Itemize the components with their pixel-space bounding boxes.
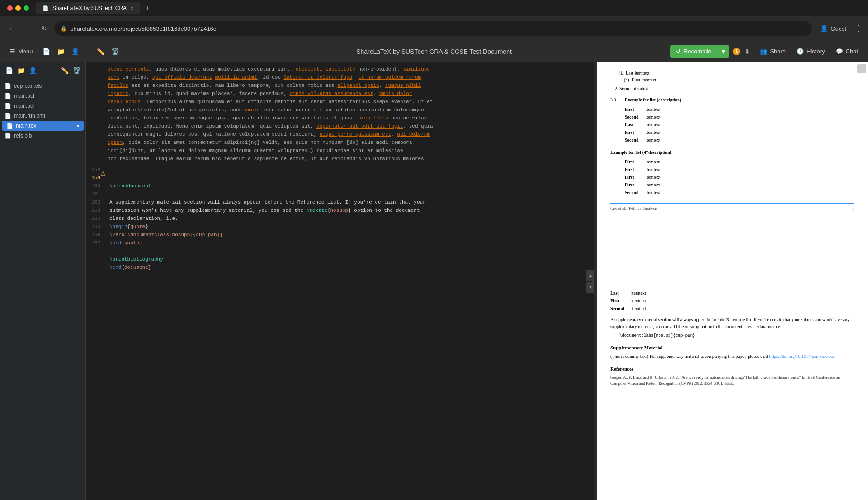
item-label: First [625,166,643,173]
supp-title: Supplementary Material [610,344,854,352]
recompile-button[interactable]: ↺ Recompile [670,46,717,57]
minimize-button[interactable] [15,5,21,11]
file-item-main-pdf[interactable]: 📄 main.pdf [0,101,85,111]
supp-link: https://doi.org/10.1017/pan.xxxx.xx. [769,354,835,359]
file-name: cup-pan.cls [14,83,42,89]
line-numbers: 158 159 160 161 162 163 164 165 166 167 [86,162,104,500]
file-item-refs-bib[interactable]: 📄 refs.bib [0,131,85,141]
menu-button[interactable]: ☰ Menu [6,46,37,57]
item-text: itemtext [646,189,660,196]
menu-label: Menu [18,48,33,55]
scroll-down-button[interactable]: ▼ [586,282,594,293]
history-button[interactable]: 🕐 History [792,46,829,57]
item-text: itemtext [646,181,660,188]
share-button[interactable]: 👥 Share [755,46,790,57]
share-label: Share [770,48,786,55]
profile-button[interactable]: 👤 Guest [816,23,851,34]
maximize-button[interactable] [24,5,29,11]
user-icon[interactable]: 👤 [69,45,82,58]
app-header: ☰ Menu 📄 📁 👤 ✏️ 🗑️ ShareLaTeX by SUSTech… [0,41,868,62]
file-name: main.run.xml [14,113,45,119]
file-item-cup-pan[interactable]: 📄 cup-pan.cls [0,81,85,91]
list-text: Last itemtext [626,70,650,76]
sidebar: 📄 📁 👤 ✏️ 🗑️ 📄 cup-pan.cls 📄 main.bcf 📄 m… [0,62,86,500]
new-tab-button[interactable]: + [142,3,153,14]
chat-icon: 💬 [836,48,843,55]
item-text: itemtext [646,106,660,113]
item-text: itemtext [631,305,646,312]
back-button[interactable]: ← [5,22,18,35]
expand-preview-button[interactable]: ⤢ [857,64,866,73]
code-editor[interactable]: \blinddocument A supplementary material … [104,162,594,500]
item-text: itemtext [646,129,660,136]
list-item: First itemtext [625,174,854,181]
file-name: main.bcf [14,93,34,99]
item-label: First [625,181,643,188]
file-icon: 📄 [5,83,11,89]
chat-button[interactable]: 💬 Chat [831,46,863,57]
list-item-b: (b) First itemtext [624,76,854,83]
list-item: Second itemtext [625,114,854,120]
url-text: sharelatex.cra.moe/project/5f8853e1f816d… [71,25,216,32]
edit-icon[interactable]: ✏️ [94,45,107,58]
supp-text: (This is dummy text) For supplementary m… [610,353,854,360]
download-icon[interactable]: ⬇ [741,45,754,58]
upload-sidebar-icon[interactable]: 👤 [27,65,38,76]
preview-top-content: ii. Last itemtext (b) First itemtext 2. … [597,62,868,216]
edit-sidebar-icon[interactable]: ✏️ [59,65,70,76]
recompile-group[interactable]: ↺ Recompile ▾ [670,45,729,58]
delete-icon[interactable]: 🗑️ [109,45,122,58]
list-item: First itemtext [625,106,854,113]
file-item-main-tex[interactable]: 📄 main.tex ▾ [2,121,84,131]
file-icon: 📄 [5,113,11,119]
tab-label: ShareLaTeX by SUSTech CRA [52,5,127,11]
preview-bottom-content: Last itemtext First itemtext Second item… [610,290,854,387]
tab-close-button[interactable]: ✕ [130,6,134,11]
more-button[interactable]: ⋮ [854,24,863,33]
item-text: itemtext [646,166,660,173]
profile-label: Guest [830,25,846,32]
header-icons: 📄 📁 👤 ✏️ 🗑️ [40,45,122,58]
close-button[interactable] [7,5,13,11]
file-icon: 📄 [5,103,11,109]
references-section: References Geiger, A., P. Lenz, and R. U… [610,365,854,387]
item-label: Second [625,137,643,143]
recompile-icon: ↺ [676,48,681,55]
list-prefix: (b) [624,76,629,83]
new-folder-sidebar-icon[interactable]: 📁 [15,65,26,76]
address-bar: ← → ↻ 🔒 sharelatex.cra.moe/project/5f885… [0,16,868,41]
recompile-dropdown-button[interactable]: ▾ [717,45,729,58]
new-file-icon[interactable]: 📄 [40,45,53,58]
file-tree: 📄 cup-pan.cls 📄 main.bcf 📄 main.pdf 📄 ma… [0,79,85,500]
file-item-main-run-xml[interactable]: 📄 main.run.xml [0,111,85,121]
forward-button[interactable]: → [22,22,34,35]
footer-left: One et al. | Political Analysis [610,205,657,212]
ref-text: Geiger, A., P. Lenz, and R. Urtasun. 201… [610,375,854,387]
item-text: itemtext [646,174,660,181]
preview-area: ⤢ ii. Last itemtext (b) First itemtext 2… [597,62,868,500]
item-text: itemtext [631,297,646,304]
url-input[interactable]: 🔒 sharelatex.cra.moe/project/5f8853e1f81… [54,21,812,36]
supplementary-material-section: Supplementary Material (This is dummy te… [610,344,854,360]
folder-icon[interactable]: 📁 [55,45,67,58]
traffic-lights [7,5,29,11]
file-name: main.tex [16,123,36,129]
chat-label: Chat [846,48,858,55]
active-tab[interactable]: 📄 ShareLaTeX by SUSTech CRA ✕ [36,2,140,14]
list-item: Second itemtext [625,137,854,143]
list-text: First itemtext [632,76,656,83]
code-section[interactable]: 158 159 160 161 162 163 164 165 166 167 … [86,162,594,500]
supplementary-para: A supplementary material section will al… [610,316,854,331]
delete-sidebar-icon[interactable]: 🗑️ [71,65,82,76]
item-label: First [625,158,643,165]
item-label: First [625,106,643,113]
tab-bar: 📄 ShareLaTeX by SUSTech CRA ✕ + [0,0,868,16]
editor-text-above: atque corrupti, quos dolores et quas mol… [86,62,594,162]
new-file-sidebar-icon[interactable]: 📄 [4,65,14,76]
scroll-up-button[interactable]: ▲ [586,270,594,281]
list-item: First itemtext [625,129,854,136]
editor-area[interactable]: atque corrupti, quos dolores et quas mol… [86,62,594,500]
file-item-main-bcf[interactable]: 📄 main.bcf [0,91,85,101]
reload-button[interactable]: ↻ [38,22,51,35]
chevron-icon: ▾ [77,124,79,129]
